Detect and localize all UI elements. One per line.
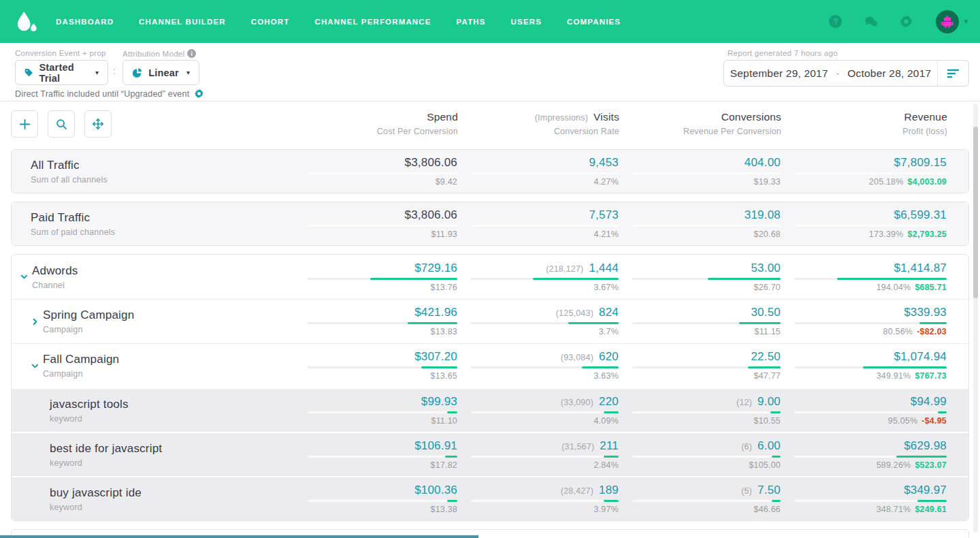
- add-button[interactable]: [11, 110, 38, 138]
- value-bar: [896, 456, 947, 458]
- row-subtitle: Channel: [32, 281, 78, 290]
- visits-value: 824: [599, 306, 619, 319]
- pie-chart-icon: [132, 67, 142, 78]
- spend-secondary: $13.76: [431, 283, 457, 293]
- info-icon[interactable]: i: [187, 49, 196, 58]
- date-range-picker[interactable]: September 29, 2017 - October 28, 2017: [723, 60, 969, 86]
- chevron-right-icon[interactable]: [31, 317, 39, 326]
- conversions-secondary: $26.70: [754, 283, 781, 293]
- row-subtitle: Campaign: [43, 369, 119, 379]
- row-title: All Traffic: [31, 159, 108, 172]
- value-track: [632, 172, 781, 174]
- value-bar: [408, 322, 457, 324]
- conversions-secondary: $46.66: [754, 505, 781, 515]
- column-header-conversions[interactable]: Conversions Revenue Per Conversion: [619, 111, 781, 138]
- visits-prefix: (28,427): [561, 486, 593, 496]
- value-track: [308, 225, 457, 227]
- table-row[interactable]: Adwords Channel $729.16 $13.76 (218,127)…: [12, 255, 968, 299]
- nav-item-paths[interactable]: PATHS: [457, 18, 486, 26]
- column-header-revenue[interactable]: Revenue Profit (loss): [781, 111, 947, 138]
- value-bar: [568, 322, 619, 324]
- date-filter-button[interactable]: [937, 61, 968, 86]
- chevron-down-icon[interactable]: [20, 272, 29, 281]
- conversions-value: 22.50: [751, 350, 781, 364]
- conversions-cell: 404.00 $19.33: [619, 156, 781, 187]
- search-button[interactable]: [48, 110, 75, 138]
- value-bar: [447, 411, 457, 413]
- nav-item-channel-performance[interactable]: CHANNEL PERFORMANCE: [314, 18, 431, 26]
- value-track: [632, 225, 781, 227]
- profit-value: $767.73: [915, 371, 947, 381]
- revenue-cell: $7,809.15 205.18%$4,003.09: [781, 156, 947, 187]
- column-header-spend[interactable]: Spend Cost Per Conversion: [295, 111, 458, 138]
- help-icon[interactable]: ?: [828, 14, 843, 29]
- value-bar: [421, 366, 457, 368]
- profit-percent: 95.05%: [888, 416, 918, 426]
- chat-icon[interactable]: [864, 14, 878, 29]
- settings-gear-icon[interactable]: [194, 89, 204, 99]
- value-track: [632, 278, 781, 280]
- spend-cell: $99.93 $11.10: [294, 395, 457, 426]
- conversions-value: 6.00: [757, 439, 781, 453]
- visits-cell: (93,084)620 3.63%: [457, 350, 619, 381]
- value-bar: [604, 456, 619, 458]
- row-title: Spring Campaign: [43, 308, 134, 322]
- table-row[interactable]: All Traffic Sum of all channels $3,806.0…: [12, 150, 968, 193]
- profit-percent: 194.04%: [877, 283, 911, 293]
- row-name-cell: Fall Campaign Campaign: [12, 353, 294, 379]
- spend-cell: $3,806.06 $11.93: [294, 208, 457, 240]
- visits-value: 9,453: [589, 156, 619, 170]
- profit-value: $4,003.09: [908, 177, 947, 187]
- spend-secondary: $9.42: [436, 177, 457, 187]
- nav-item-dashboard[interactable]: DASHBOARD: [56, 18, 114, 26]
- spend-value: $3,806.06: [405, 156, 457, 170]
- table-row[interactable]: buy javascript ide keyword $100.36 $13.3…: [12, 476, 968, 520]
- row-name-cell: buy javascript ide keyword: [12, 486, 294, 512]
- attribution-model-dropdown[interactable]: Linear ▾: [122, 60, 199, 85]
- visits-cell: (125,043)824 3.7%: [457, 306, 619, 337]
- nav-item-companies[interactable]: COMPANIES: [567, 18, 621, 26]
- move-button[interactable]: [84, 110, 112, 138]
- value-track: [794, 225, 947, 227]
- date-start: September 29, 2017: [730, 67, 828, 80]
- value-bar: [837, 278, 947, 280]
- row-name-cell: All Traffic Sum of all channels: [12, 159, 294, 185]
- table-row[interactable]: Fall Campaign Campaign $307.20 $13.65 (9…: [12, 343, 968, 387]
- value-track: [794, 366, 947, 368]
- value-bar: [604, 500, 619, 502]
- nav-item-cohort[interactable]: COHORT: [251, 18, 290, 26]
- account-menu[interactable]: ▾: [936, 10, 968, 33]
- gear-icon[interactable]: [899, 14, 913, 29]
- profit-percent: 348.71%: [877, 505, 911, 515]
- table-row[interactable]: javascript tools keyword $99.93 $11.10 (…: [12, 387, 968, 432]
- table-row[interactable]: Spring Campaign Campaign $421.96 $13.83 …: [12, 299, 968, 343]
- vertical-scrollbar-thumb[interactable]: [973, 127, 978, 298]
- app-logo[interactable]: [15, 11, 38, 33]
- chevron-down-icon: ▾: [964, 17, 968, 26]
- value-bar: [447, 500, 457, 502]
- table-card: Paid Traffic Sum of paid channels $3,806…: [11, 202, 969, 246]
- spend-cell: $307.20 $13.65: [294, 350, 457, 381]
- spend-value: $729.16: [414, 262, 457, 275]
- revenue-cell: $94.99 95.05%-$4.95: [781, 395, 947, 426]
- conversions-secondary: $105.00: [749, 460, 781, 471]
- spend-secondary: $11.93: [431, 230, 457, 240]
- spend-value: $106.91: [414, 439, 457, 453]
- table-row[interactable]: Paid Traffic Sum of paid channels $3,806…: [12, 202, 968, 245]
- value-track: [794, 322, 947, 324]
- nav-item-channel-builder[interactable]: CHANNEL BUILDER: [139, 18, 226, 26]
- visits-secondary: 4.27%: [594, 177, 619, 187]
- chevron-down-icon[interactable]: [31, 362, 39, 370]
- value-bar: [739, 322, 781, 324]
- row-title: Paid Traffic: [31, 211, 115, 225]
- visits-prefix: (93,084): [561, 353, 593, 362]
- value-bar: [708, 278, 781, 280]
- value-bar: [938, 411, 947, 413]
- visits-secondary: 4.21%: [594, 230, 619, 240]
- nav-item-users[interactable]: USERS: [511, 18, 542, 26]
- horizontal-scrollbar[interactable]: [0, 535, 478, 538]
- spend-secondary: $11.10: [431, 416, 457, 426]
- table-row[interactable]: best ide for javascript keyword $106.91 …: [12, 432, 968, 476]
- conversion-event-dropdown[interactable]: Started Trial ▾: [15, 60, 108, 85]
- column-header-visits[interactable]: (Impressions)Visits Conversion Rate: [458, 111, 619, 138]
